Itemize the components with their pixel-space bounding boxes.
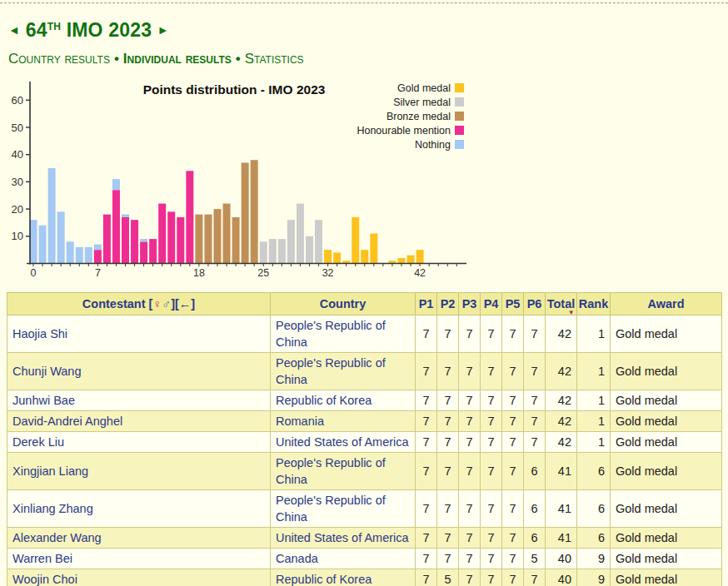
table-row: Derek LiuUnited States of America7777774… xyxy=(7,432,722,453)
score-cell: 7 xyxy=(416,390,437,411)
results-table: Contestant [♀♂][←] Country P1 P2 P3 P4 P… xyxy=(7,292,722,586)
score-cell: 7 xyxy=(502,528,524,549)
nav-link-statistics[interactable]: Statistics xyxy=(245,51,304,67)
score-cell: 7 xyxy=(437,315,459,353)
main-nav: Country results•Individual results•Stati… xyxy=(8,50,728,67)
total-cell: 40 xyxy=(546,569,577,586)
table-row: Haojia ShiPeople's Republic of China7777… xyxy=(7,315,722,353)
y-axis-tick-label: 50 xyxy=(12,122,23,134)
contestant-link[interactable]: Derek Liu xyxy=(12,435,64,449)
country-link[interactable]: People's Republic of China xyxy=(276,319,386,349)
sort-indicator-icon: ▾ xyxy=(569,308,573,316)
legend-label: Nothing xyxy=(415,139,451,151)
contestant-link[interactable]: Junhwi Bae xyxy=(12,394,75,407)
award-cell: Gold medal xyxy=(611,453,722,490)
points-distribution-chart: 1020304050600718253242Points distributio… xyxy=(0,77,728,286)
total-cell: 41 xyxy=(546,490,577,528)
country-link[interactable]: Canada xyxy=(276,552,318,565)
column-header-p3[interactable]: P3 xyxy=(459,293,481,315)
award-cell: Gold medal xyxy=(611,411,722,432)
score-cell: 7 xyxy=(481,315,502,353)
contestant-link[interactable]: Haojia Shi xyxy=(12,327,67,340)
country-link[interactable]: People's Republic of China xyxy=(276,356,386,386)
bar-score-13 xyxy=(149,239,157,263)
score-cell: 7 xyxy=(437,549,459,569)
prev-imo-arrow[interactable]: ◄ xyxy=(8,23,20,37)
bar-score-11 xyxy=(131,220,138,263)
legend-item: Silver medal xyxy=(357,95,464,109)
male-icon: ♂ xyxy=(162,297,171,310)
nav-separator: • xyxy=(236,51,241,67)
column-header-p5[interactable]: P5 xyxy=(502,293,524,315)
score-cell: 7 xyxy=(481,453,502,490)
bar-score-29 xyxy=(297,204,304,264)
bar-score-26 xyxy=(269,239,277,263)
contestant-link[interactable]: Woojin Choi xyxy=(12,573,77,586)
score-cell: 7 xyxy=(481,411,502,432)
score-cell: 7 xyxy=(459,528,481,549)
score-cell: 7 xyxy=(524,315,546,353)
country-link[interactable]: Republic of Korea xyxy=(276,394,371,407)
total-cell: 42 xyxy=(546,390,577,411)
legend-label: Silver medal xyxy=(393,97,451,108)
next-imo-arrow[interactable]: ► xyxy=(157,23,169,37)
score-cell: 7 xyxy=(481,549,502,569)
legend-color-swatch-icon xyxy=(455,83,464,92)
column-header-p4[interactable]: P4 xyxy=(481,293,502,315)
score-cell: 7 xyxy=(416,528,437,549)
bar-score-30 xyxy=(306,236,313,264)
column-header-p2[interactable]: P2 xyxy=(437,293,459,315)
contestant-link[interactable]: Alexander Wang xyxy=(12,531,102,544)
bar-score-33 xyxy=(333,252,341,263)
column-header-total[interactable]: Total▾ xyxy=(546,293,577,315)
imo-number: 64 xyxy=(26,19,47,41)
total-cell: 42 xyxy=(546,411,577,432)
rank-cell: 6 xyxy=(577,490,611,528)
country-link[interactable]: Romania xyxy=(276,415,324,428)
score-cell: 7 xyxy=(481,528,502,549)
bar-score-12 xyxy=(140,241,147,263)
nav-link-individual-results[interactable]: Individual results xyxy=(123,51,232,67)
column-header-p6[interactable]: P6 xyxy=(524,293,546,315)
contestant-link[interactable]: Xingjian Liang xyxy=(12,464,88,478)
bar-score-36 xyxy=(361,250,368,263)
nav-link-country-results[interactable]: Country results xyxy=(8,51,110,67)
score-cell: 7 xyxy=(502,315,524,353)
score-cell: 6 xyxy=(524,528,546,549)
contestant-link[interactable]: Warren Bei xyxy=(12,552,72,565)
bar-score-10 xyxy=(122,217,129,264)
x-axis-tick-label: 7 xyxy=(95,267,101,279)
legend-color-swatch-icon xyxy=(455,140,464,149)
column-header-contestant: Contestant [♀♂][←] xyxy=(7,293,271,315)
award-cell: Gold medal xyxy=(611,315,722,353)
page-title: ◄ 64TH IMO 2023 ► xyxy=(8,15,728,42)
bar-score-28 xyxy=(287,220,295,263)
column-header-p1[interactable]: P1 xyxy=(416,293,437,315)
award-cell: Gold medal xyxy=(611,528,722,549)
column-header-rank[interactable]: Rank xyxy=(577,293,611,315)
score-cell: 7 xyxy=(437,432,459,453)
rank-cell: 1 xyxy=(577,432,611,453)
score-cell: 7 xyxy=(459,569,481,586)
column-header-country[interactable]: Country xyxy=(271,293,416,315)
country-link[interactable]: People's Republic of China xyxy=(276,494,386,524)
column-header-award[interactable]: Award xyxy=(611,293,722,315)
contestant-link[interactable]: David-Andrei Anghel xyxy=(12,415,122,428)
country-link[interactable]: United States of America xyxy=(276,531,409,544)
back-link[interactable]: [←] xyxy=(175,297,195,310)
country-link[interactable]: United States of America xyxy=(276,435,409,449)
table-header-row: Contestant [♀♂][←] Country P1 P2 P3 P4 P… xyxy=(7,293,722,315)
bar-score-9 xyxy=(112,190,120,263)
bar-score-15 xyxy=(167,211,175,263)
back-arrow-icon: ← xyxy=(179,297,192,310)
country-link[interactable]: People's Republic of China xyxy=(276,456,386,486)
total-cell: 41 xyxy=(546,453,577,490)
sex-filter-link[interactable]: [♀♂] xyxy=(149,297,175,310)
contestant-link[interactable]: Xinliang Zhang xyxy=(12,502,93,515)
score-cell: 7 xyxy=(481,569,502,586)
contestant-link[interactable]: Chunji Wang xyxy=(12,365,81,378)
bar-score-41 xyxy=(407,256,415,264)
country-link[interactable]: Republic of Korea xyxy=(276,573,371,586)
y-axis-tick-label: 20 xyxy=(12,203,23,216)
bar-score-37 xyxy=(370,234,377,264)
